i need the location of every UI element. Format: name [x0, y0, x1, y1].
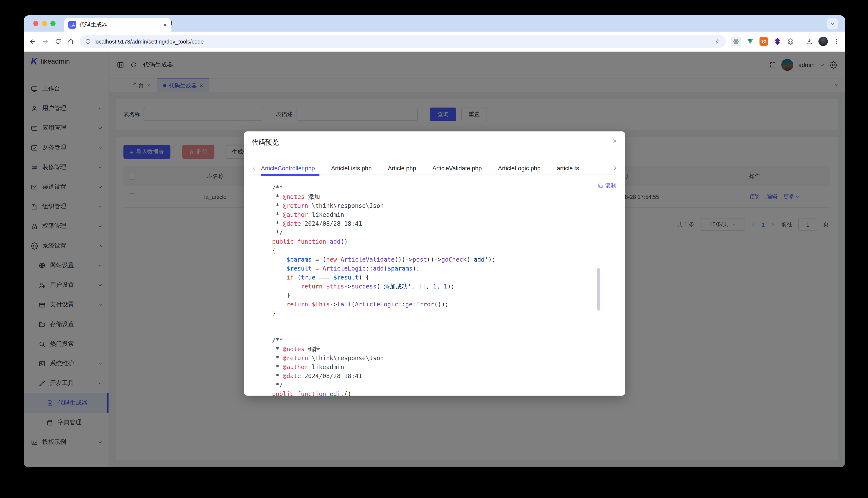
toolbar-divider [800, 38, 800, 45]
code-line: * @notes 编辑 [272, 345, 625, 354]
home-button[interactable] [67, 38, 74, 45]
file-tabbar: ArticleController.phpArticleLists.phpArt… [244, 161, 625, 175]
code-line: * @notes 添加 [272, 193, 625, 201]
code-line: public function edit() [272, 390, 625, 396]
code-line: * @date 2024/08/28 18:41 [272, 219, 625, 228]
code-line: public function add() [272, 237, 625, 246]
code-line: /** [272, 336, 625, 345]
tabs-scroll-left-button[interactable] [252, 166, 257, 171]
screen: LA 代码生成器 × + localhost:5173/admin/settin… [0, 0, 868, 498]
code-line: */ [272, 228, 625, 237]
code-line: * @return \think\response\Json [272, 201, 625, 210]
code-line: { [272, 246, 625, 255]
vue-devtools-icon[interactable] [746, 38, 754, 45]
tab-search-button[interactable] [827, 18, 838, 29]
extensions-puzzle-icon[interactable] [787, 38, 794, 45]
file-tab-0[interactable]: ArticleController.php [261, 165, 315, 172]
code-line: } [272, 291, 625, 300]
file-tab-2[interactable]: Article.php [388, 165, 416, 172]
traffic-lights [33, 21, 55, 26]
copy-icon [598, 183, 603, 188]
bookmark-star-icon[interactable]: ☆ [715, 38, 720, 45]
browser-tab-title: 代码生成器 [79, 21, 160, 29]
code-line: return $this->success('添加成功', [], 1, 1); [272, 282, 625, 291]
active-tab-underline [260, 174, 320, 176]
modal-file-tabs: ArticleController.phpArticleLists.phpArt… [261, 165, 613, 172]
reload-button[interactable] [55, 38, 62, 45]
code-line: if (true === $result) { [272, 273, 625, 282]
file-tab-1[interactable]: ArticleLists.php [331, 165, 372, 172]
code-line [272, 318, 625, 327]
minimize-window-button[interactable] [42, 21, 47, 26]
diamond-extension-icon[interactable] [774, 37, 781, 45]
code-line: * @author likeadmin [272, 210, 625, 219]
code-line: return $this->fail(ArticleLogic::getErro… [272, 300, 625, 309]
downloads-icon[interactable] [806, 38, 813, 45]
copy-label: 复制 [605, 182, 616, 189]
code-line: * @return \think\response\Json [272, 354, 625, 363]
code-line: * @author likeadmin [272, 363, 625, 372]
modal-close-icon[interactable]: × [613, 137, 617, 145]
code-line: } [272, 309, 625, 318]
code-line [272, 327, 625, 336]
code-line: */ [272, 381, 625, 390]
browser-profile-avatar[interactable] [818, 37, 828, 46]
file-tab-3[interactable]: ArticleValidate.php [432, 165, 482, 172]
site-info-icon[interactable] [85, 38, 91, 44]
forward-button[interactable] [42, 38, 49, 45]
app-page: K likeadmin 工作台用户管理应用管理财务管理装修管理渠道设置组织管理权… [24, 52, 845, 467]
browser-menu-icon[interactable]: ⋮ [833, 38, 840, 45]
code-line: * @date 2024/08/28 18:41 [272, 372, 625, 381]
url-text[interactable]: localhost:5173/admin/setting/dev_tools/c… [94, 38, 204, 44]
close-tab-icon[interactable]: × [163, 21, 167, 28]
code-scrollbar-thumb[interactable] [597, 268, 600, 311]
code-block: /** * @notes 添加 * @return \think\respons… [272, 183, 625, 396]
back-button[interactable] [29, 38, 36, 45]
code-line: /** [272, 183, 625, 193]
browser-tab[interactable]: LA 代码生成器 × [64, 18, 171, 31]
zoom-window-button[interactable] [50, 21, 55, 26]
chevron-down-icon [830, 21, 835, 26]
address-bar[interactable]: localhost:5173/admin/setting/dev_tools/c… [80, 35, 726, 48]
modal-title: 代码预览 [252, 138, 279, 147]
new-tab-button[interactable]: + [169, 18, 174, 28]
file-tab-4[interactable]: ArticleLogic.php [498, 165, 540, 172]
react-devtools-icon[interactable] [731, 37, 741, 46]
code-preview-modal: 代码预览 × ArticleController.phpArticleLists… [244, 131, 625, 396]
code-scroll-area[interactable]: /** * @notes 添加 * @return \think\respons… [244, 176, 625, 396]
tabs-scroll-right-button[interactable] [613, 166, 618, 171]
browser-window: LA 代码生成器 × + localhost:5173/admin/settin… [24, 15, 845, 467]
favicon: LA [68, 21, 76, 29]
close-window-button[interactable] [33, 21, 38, 26]
file-tab-5[interactable]: article.ts [557, 165, 579, 172]
extensions-area: SQ ⋮ [731, 37, 840, 46]
copy-button[interactable]: 复制 [596, 182, 616, 189]
sq-extension-icon[interactable]: SQ [760, 37, 768, 45]
code-line: $params = (new ArticleValidate())->post(… [272, 255, 625, 264]
browser-toolbar: localhost:5173/admin/setting/dev_tools/c… [24, 31, 845, 52]
code-line: $result = ArticleLogic::add($params); [272, 264, 625, 273]
browser-tabstrip: LA 代码生成器 × + [24, 15, 845, 31]
